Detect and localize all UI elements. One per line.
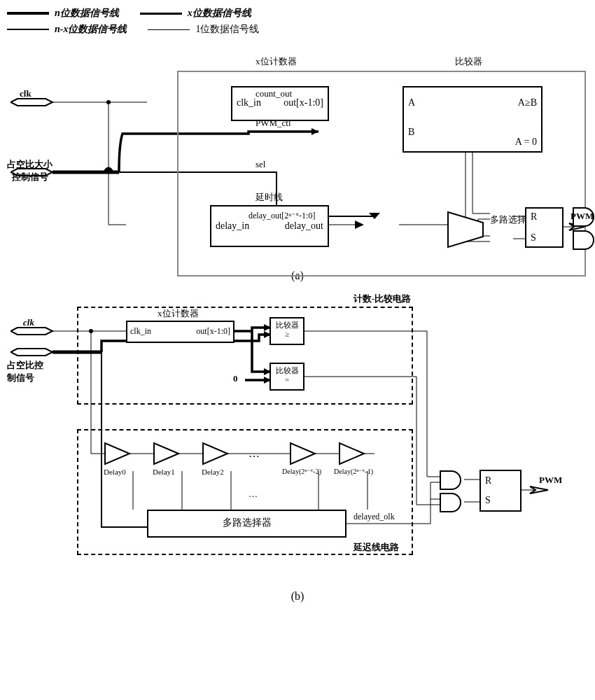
s-label: S [531,232,536,244]
pwm-ctl-label: PWM_ctl [255,118,291,129]
comp-title: 比较器 [455,55,482,68]
delayed-clk-label: delayed_olk [354,512,395,522]
caption-b: (b) [7,590,588,603]
r-label: R [531,211,537,223]
clk-label: clk [20,88,31,99]
svg-marker-8 [448,212,483,247]
legend-label: 1位数据信号线 [195,23,259,36]
and-gate-icon [572,230,595,251]
legend-x-bit: x位数据信号线 [140,7,251,20]
counter-title: x位计数器 [255,55,297,68]
delay-out-label: delay_out [285,220,323,232]
svg-marker-11 [10,349,52,356]
delay0: Delay0 [104,468,126,476]
svg-marker-0 [10,99,52,106]
legend-label: n位数据信号线 [55,7,119,20]
out-b: out[x-1:0] [196,326,230,337]
counter-box-b: clk_in out[x-1:0] [126,321,234,343]
and-gate-icon [439,492,467,513]
cnt-cmp-label: 计数-比较电路 [354,293,411,305]
ageb-label: A≥B [518,97,537,108]
delay-in-label: delay_in [216,220,249,232]
delay-line-label: 延迟线电路 [354,541,399,554]
duty-label-b: 占空比控 制信号 [7,359,43,384]
clk-label-b: clk [23,317,34,328]
delay-title: 延时线 [255,191,283,204]
legend-n-bit: n位数据信号线 [7,7,119,20]
delay-out-sig-label: delay_out[2ⁿ⁻ˣ-1:0] [248,211,315,221]
delay1: Delay1 [153,468,175,476]
sr-latch-b: R S [479,470,522,512]
s-label-b: S [485,495,491,506]
diagram-b: 计数-比较电路 延迟线电路 x位计数器 clk_in out[x-1:0] 比较… [10,296,584,576]
sel-label: sel [255,159,265,170]
aeq0-label: A = 0 [515,136,537,148]
delay-n2: Delay(2ⁿ⁻ˣ-2) [282,468,321,475]
clk-in-b: clk_in [130,326,151,337]
legend-label: n-x位数据信号线 [55,23,127,36]
pwm-out-label: PWM [570,211,594,222]
delay-n1: Delay(2ⁿ⁻ˣ-1) [334,468,373,475]
mux-icon [444,209,486,251]
duty-label: 占空比大小 控制信号 [7,158,52,183]
svg-marker-9 [10,328,52,335]
count-out-label: count_out [255,88,292,99]
legend-row2: n-x位数据信号线 1位数据信号线 [7,23,588,36]
svg-point-1 [106,100,111,104]
comparator-box: A B A≥B A = 0 [402,86,542,153]
legend: n位数据信号线 x位数据信号线 [7,7,588,20]
sr-latch-box: R S [525,207,564,248]
legend-one-bit: 1位数据信号线 [148,23,259,36]
legend-nx-bit: n-x位数据信号线 [7,23,127,36]
counter-title-b: x位计数器 [158,307,199,320]
delay2: Delay2 [202,468,224,476]
pwm-label-b: PWM [539,475,562,486]
svg-marker-16 [530,486,548,493]
r-label-b: R [485,475,491,486]
legend-label: x位数据信号线 [188,7,251,20]
and-gate-icon [439,470,467,491]
mux-box-b: 多路选择器 [147,510,346,538]
a-label: A [408,97,415,108]
b-label: B [408,127,414,138]
zero-label: 0 [233,373,238,384]
comparator-ge: 比较器 ≥ [270,317,304,345]
comparator-eq: 比较器 = [270,363,304,391]
